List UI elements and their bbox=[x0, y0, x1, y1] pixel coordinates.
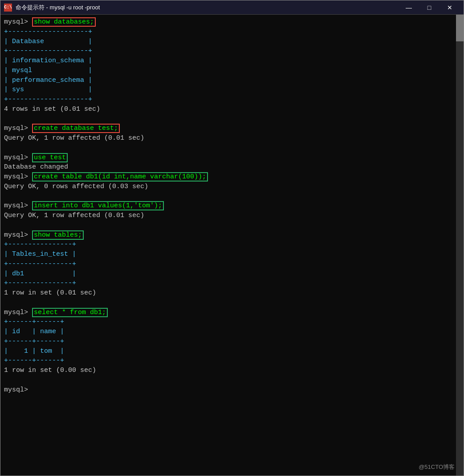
terminal-line: +----------------+ bbox=[4, 240, 452, 250]
terminal-line: | Tables_in_test | bbox=[4, 250, 452, 259]
terminal-line: +------+------+ bbox=[4, 356, 452, 366]
window: C:\ 命令提示符 - mysql -u root -proot — □ ✕ m… bbox=[0, 0, 464, 476]
terminal-line bbox=[4, 375, 452, 385]
terminal-line: 4 rows in set (0.01 sec) bbox=[4, 105, 452, 114]
terminal-line: +------+------+ bbox=[4, 317, 452, 327]
terminal-line: +----------------+ bbox=[4, 278, 452, 288]
terminal-line: | information_schema | bbox=[4, 56, 452, 66]
terminal-line: mysql> show tables; bbox=[4, 230, 452, 240]
terminal-line: | id | name | bbox=[4, 327, 452, 337]
terminal-line: +------+------+ bbox=[4, 337, 452, 347]
maximize-button[interactable]: □ bbox=[419, 0, 440, 15]
terminal-line: Database changed bbox=[4, 162, 452, 172]
app-icon: C:\ bbox=[4, 4, 12, 12]
terminal-line: 1 row in set (0.00 sec) bbox=[4, 366, 452, 375]
window-controls: — □ ✕ bbox=[399, 0, 460, 15]
terminal-line: 1 row in set (0.01 sec) bbox=[4, 288, 452, 298]
terminal-line: +--------------------+ bbox=[4, 95, 452, 105]
content-wrapper: mysql> show databases;+-----------------… bbox=[0, 15, 464, 476]
terminal-line: | performance_schema | bbox=[4, 76, 452, 85]
terminal-line: +--------------------+ bbox=[4, 27, 452, 37]
terminal-line: +----------------+ bbox=[4, 259, 452, 269]
terminal-line: mysql> show databases; bbox=[4, 17, 452, 27]
close-button[interactable]: ✕ bbox=[440, 0, 460, 15]
minimize-button[interactable]: — bbox=[399, 0, 419, 15]
terminal-line: mysql> use test bbox=[4, 153, 452, 163]
terminal-line: mysql> select * from db1; bbox=[4, 308, 452, 318]
terminal-line: | mysql | bbox=[4, 66, 452, 76]
terminal-line: | 1 | tom | bbox=[4, 347, 452, 356]
terminal-line: +--------------------+ bbox=[4, 46, 452, 56]
terminal-line: Query OK, 0 rows affected (0.03 sec) bbox=[4, 182, 452, 192]
terminal-line: mysql> create database test; bbox=[4, 124, 452, 133]
watermark: @51CTO博客 bbox=[419, 463, 455, 471]
terminal-line: Query OK, 1 row affected (0.01 sec) bbox=[4, 133, 452, 143]
terminal-line: Query OK, 1 row affected (0.01 sec) bbox=[4, 211, 452, 221]
terminal-line bbox=[4, 114, 452, 124]
terminal[interactable]: mysql> show databases;+-----------------… bbox=[0, 15, 456, 476]
terminal-line: mysql> insert into db1 values(1,'tom'); bbox=[4, 201, 452, 211]
terminal-line bbox=[4, 298, 452, 308]
scrollbar-thumb[interactable] bbox=[456, 15, 464, 41]
terminal-line bbox=[4, 192, 452, 202]
terminal-line: | db1 | bbox=[4, 269, 452, 279]
terminal-line: mysql> create table db1(id int,name varc… bbox=[4, 172, 452, 182]
terminal-line bbox=[4, 143, 452, 153]
title-bar: C:\ 命令提示符 - mysql -u root -proot — □ ✕ bbox=[0, 0, 464, 15]
terminal-line: mysql> bbox=[4, 385, 452, 395]
terminal-line: | sys | bbox=[4, 85, 452, 95]
window-title: 命令提示符 - mysql -u root -proot bbox=[16, 4, 399, 12]
terminal-line: | Database | bbox=[4, 37, 452, 47]
terminal-line bbox=[4, 221, 452, 230]
scrollbar[interactable] bbox=[456, 15, 464, 476]
